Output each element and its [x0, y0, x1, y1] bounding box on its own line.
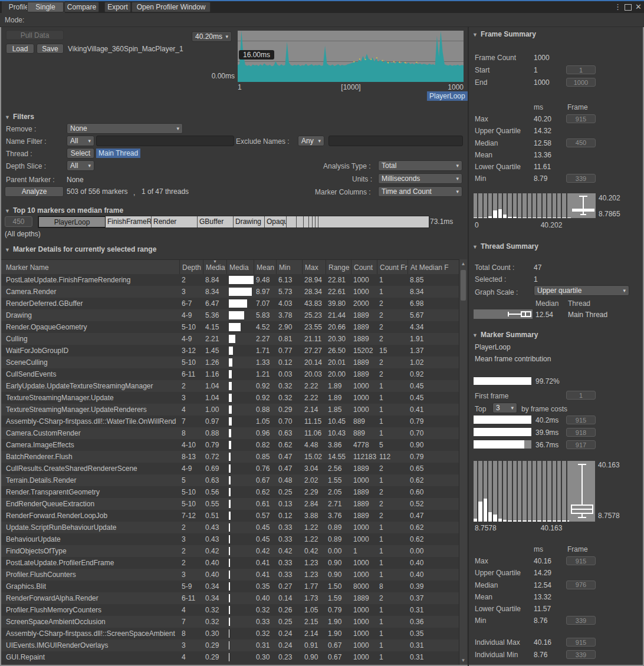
column-header-media[interactable]: Media▼: [203, 260, 226, 274]
table-row[interactable]: Drawing4-95.365.833.7825.2321.44188925.6…: [1, 309, 459, 321]
marker-table-body[interactable]: PostLateUpdate.FinishFrameRendering28.84…: [1, 274, 459, 663]
range-dropdown[interactable]: 40.20ms▾: [192, 31, 232, 42]
table-row[interactable]: Assembly-CSharp-firstpass.dll!::ScreenSp…: [1, 628, 459, 639]
table-row[interactable]: FindObjectsOfType20.420.420.420.420.0011…: [1, 545, 459, 557]
table-row[interactable]: UIEvents.IMGUIRenderOverlays30.290.310.2…: [1, 639, 459, 651]
goto-frame-button[interactable]: 1: [566, 65, 596, 74]
exclude-mode-dropdown[interactable]: Any▾: [298, 136, 324, 146]
marker-table-scrollbar[interactable]: ▲ ▼: [459, 259, 467, 665]
table-row[interactable]: EarlyUpdate.UpdateTextureStreamingManage…: [1, 380, 459, 392]
top10-header[interactable]: ▼Top 10 markers on median frame: [5, 206, 123, 215]
table-row[interactable]: Camera.Render38.348.975.7328.3422.611000…: [1, 286, 459, 298]
column-header-range[interactable]: Range: [326, 260, 351, 274]
top10-segment[interactable]: [304, 216, 309, 228]
table-row[interactable]: Profiler.FlushCounters30.400.410.331.230…: [1, 569, 459, 581]
table-row[interactable]: ScreenSpaceAmbientOcclusion70.320.330.25…: [1, 616, 459, 628]
table-row[interactable]: Assembly-CSharp-firstpass.dll!::WaterTil…: [1, 416, 459, 427]
frame-summary-header[interactable]: ▼Frame Summary: [472, 30, 536, 38]
column-header-count-fra[interactable]: Count Fra: [377, 260, 408, 274]
top-n-dropdown[interactable]: 3▾: [492, 403, 517, 413]
marker-columns-dropdown[interactable]: Time and Count▾: [378, 186, 462, 197]
table-row[interactable]: RenderForwardAlpha.Render6-110.340.400.1…: [1, 592, 459, 604]
goto-frame-button[interactable]: 915: [566, 638, 596, 647]
scrollbar-down-icon[interactable]: ▼: [459, 658, 467, 663]
top10-segment-playerloop[interactable]: PlayerLoop: [38, 216, 106, 228]
goto-frame-button[interactable]: 339: [566, 174, 596, 183]
table-row[interactable]: PostLateUpdate.FinishFrameRendering28.84…: [1, 274, 459, 286]
top10-segment-gbuffer[interactable]: GBuffer: [198, 216, 234, 228]
first-frame-button[interactable]: 1: [566, 391, 596, 400]
table-row[interactable]: Render.OpaqueGeometry5-104.154.522.9023.…: [1, 321, 459, 333]
table-row[interactable]: RenderForward.RenderLoopJob7-120.510.570…: [1, 510, 459, 522]
marker-summary-header[interactable]: ▼Marker Summary: [472, 331, 538, 339]
column-header-media[interactable]: Media: [226, 260, 254, 274]
exclude-names-input[interactable]: [328, 136, 463, 146]
top10-frame-button[interactable]: 450: [5, 216, 32, 227]
kebab-menu-icon[interactable]: ⋮: [614, 3, 622, 11]
analyze-button[interactable]: Analyze: [5, 186, 64, 197]
column-header-count[interactable]: Count: [351, 260, 377, 274]
top10-bar[interactable]: PlayerLoopFinishFrameRenderingRenderGBuf…: [38, 216, 429, 228]
table-row[interactable]: Camera.CustomRender80.880.960.6311.0610.…: [1, 427, 459, 439]
name-filter-mode-dropdown[interactable]: All▾: [67, 136, 94, 146]
goto-frame-button[interactable]: 918: [566, 428, 596, 437]
table-row[interactable]: Profiler.FlushMemoryCounters40.320.320.2…: [1, 604, 459, 616]
goto-frame-button[interactable]: 1000: [566, 78, 596, 87]
mode-button-export[interactable]: Export: [104, 2, 131, 12]
goto-frame-button[interactable]: 450: [566, 139, 596, 147]
column-header-at-median-f[interactable]: At Median F: [408, 260, 460, 274]
table-row[interactable]: GUI.Repaint40.290.300.230.900.67100010.3…: [1, 651, 459, 663]
table-row[interactable]: Render.TransparentGeometry5-100.560.620.…: [1, 486, 459, 498]
thread-select-button[interactable]: Select: [67, 148, 94, 159]
table-row[interactable]: Culling4-92.212.270.8121.1120.30188921.9…: [1, 333, 459, 345]
open-profiler-window-button[interactable]: Open Profiler Window: [132, 2, 211, 12]
column-header-max[interactable]: Max: [302, 260, 326, 274]
top10-segment-render[interactable]: Render: [152, 216, 198, 228]
goto-frame-button[interactable]: 917: [566, 440, 596, 449]
thread-summary-header[interactable]: ▼Thread Summary: [472, 242, 538, 250]
save-button[interactable]: Save: [37, 44, 64, 54]
scrollbar-thumb[interactable]: [461, 270, 466, 301]
maximize-icon[interactable]: [625, 4, 632, 11]
marker-table-header[interactable]: Marker NameDepthMedia▼MediaMeanMinMaxRan…: [1, 259, 459, 275]
goto-frame-button[interactable]: 915: [566, 416, 596, 424]
top10-segment[interactable]: [297, 216, 304, 228]
depth-slice-dropdown[interactable]: All▾: [67, 160, 94, 171]
table-row[interactable]: SceneCulling5-101.261.330.1220.1420.0118…: [1, 357, 459, 368]
name-filter-input[interactable]: [96, 136, 234, 146]
mode-button-single[interactable]: Single: [27, 2, 64, 12]
goto-frame-button[interactable]: 915: [566, 114, 596, 123]
filters-header[interactable]: ▼Filters: [5, 113, 34, 121]
column-header-marker-name[interactable]: Marker Name: [1, 260, 179, 274]
analysis-type-dropdown[interactable]: Total▾: [378, 160, 462, 171]
table-row[interactable]: PostLateUpdate.ProfilerEndFrame20.400.41…: [1, 557, 459, 569]
scrollbar-up-icon[interactable]: ▲: [459, 261, 467, 266]
goto-frame-button[interactable]: 915: [566, 556, 596, 565]
marker-details-header[interactable]: ▼Marker Details for currently selected r…: [5, 245, 156, 253]
table-row[interactable]: CullResults.CreateSharedRendererScene4-9…: [1, 463, 459, 474]
table-row[interactable]: Terrain.Details.Render50.630.670.482.021…: [1, 474, 459, 486]
timeline-selected-marker[interactable]: PlayerLoop: [427, 91, 468, 101]
close-icon[interactable]: ✕: [635, 3, 642, 11]
mode-button-compare[interactable]: Compare: [64, 2, 99, 12]
table-row[interactable]: Update.ScriptRunBehaviourUpdate20.430.45…: [1, 522, 459, 533]
table-row[interactable]: RenderDeferred.GBuffer6-76.477.074.0343.…: [1, 298, 459, 309]
top10-segment[interactable]: [287, 216, 297, 228]
top10-segment[interactable]: [318, 216, 429, 228]
table-row[interactable]: BatchRenderer.Flush8-130.720.850.4715.02…: [1, 451, 459, 463]
graph-scale-dropdown[interactable]: Upper quartile▾: [534, 285, 629, 296]
goto-frame-button[interactable]: 339: [566, 650, 596, 659]
top10-segment-drawing[interactable]: Drawing: [234, 216, 265, 228]
column-header-mean[interactable]: Mean: [254, 260, 276, 274]
column-header-depth[interactable]: Depth: [179, 260, 203, 274]
top10-segment-opaque[interactable]: Opaque: [265, 216, 287, 228]
table-row[interactable]: EndRenderQueueExtraction5-100.550.610.13…: [1, 498, 459, 510]
goto-frame-button[interactable]: 976: [566, 581, 596, 589]
units-dropdown[interactable]: Milliseconds▾: [378, 173, 462, 184]
column-header-min[interactable]: Min: [276, 260, 302, 274]
table-row[interactable]: TextureStreamingManager.UpdateRenderers4…: [1, 404, 459, 416]
table-row[interactable]: CullSendEvents6-111.161.210.0320.0320.00…: [1, 368, 459, 380]
pull-data-button[interactable]: Pull Data: [6, 30, 64, 40]
table-row[interactable]: WaitForJobGroupID3-121.451.710.7727.2726…: [1, 345, 459, 357]
load-button[interactable]: Load: [6, 44, 34, 54]
